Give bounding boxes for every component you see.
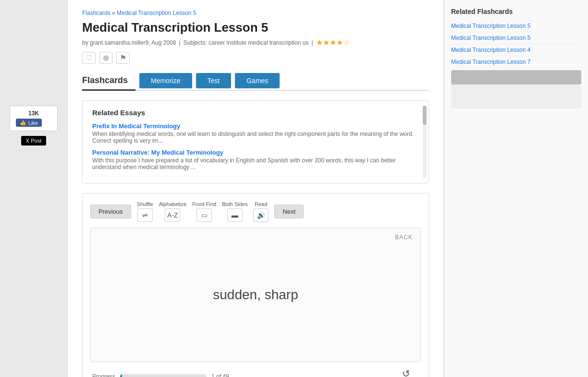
card-footer: Progress 1 of 49 ↺ Click to flip: [90, 368, 421, 377]
flashcard-area: Previous Shuffle ⇌ Alphabetize A-Z Front…: [82, 193, 429, 377]
fb-like-label: Like: [28, 120, 38, 126]
progress-count: 1 of 49: [211, 373, 229, 377]
meta-separator: |: [179, 39, 180, 46]
x-post-button[interactable]: X Post: [21, 136, 46, 146]
card-text: sudden, sharp: [203, 278, 307, 312]
main-content: Flashcards » Medical Transcription Lesso…: [67, 0, 444, 377]
both-sides-control: Both Sides ▬: [222, 201, 247, 222]
heart-icon[interactable]: ♡: [82, 52, 96, 64]
alphabetize-label: Alphabetize: [159, 201, 187, 207]
flashcard-controls: Previous Shuffle ⇌ Alphabetize A-Z Front…: [90, 201, 421, 222]
scroll-track: [423, 106, 427, 178]
add-icon[interactable]: ⊕: [99, 52, 112, 64]
progress-total: 49: [222, 373, 229, 377]
tab-games[interactable]: Games: [235, 73, 280, 88]
flip-section[interactable]: ↺ Click to flip: [393, 368, 419, 377]
related-link-2[interactable]: Medical Transcription Lesson 5: [451, 32, 581, 44]
card-back-label: BACK: [395, 234, 413, 241]
read-label: Read: [255, 201, 267, 207]
essay-link-2[interactable]: Personal Narrative: My Medical Terminolo…: [92, 149, 223, 156]
progress-of: of: [216, 373, 221, 377]
read-control: Read 🔊: [253, 201, 269, 222]
next-button[interactable]: Next: [274, 205, 304, 219]
related-item-1: Medical Transcription Lesson 5: [451, 20, 581, 32]
both-sides-label: Both Sides: [222, 201, 247, 207]
shuffle-label: Shuffle: [137, 201, 153, 207]
right-sidebar: Related Flashcards Medical Transcription…: [444, 0, 588, 377]
flashcard-card[interactable]: BACK sudden, sharp: [90, 228, 421, 362]
related-item-2: Medical Transcription Lesson 5: [451, 32, 581, 44]
read-button[interactable]: 🔊: [253, 208, 269, 222]
previous-button[interactable]: Previous: [90, 205, 131, 219]
meta-separator2: |: [311, 39, 313, 46]
progress-bar: [120, 374, 207, 377]
both-sides-button[interactable]: ▬: [227, 208, 243, 222]
related-essays-box: Related Essays Prefix In Medical Termino…: [82, 100, 429, 183]
fb-like-box: 13K 👍 Like: [10, 106, 58, 131]
alphabetize-button[interactable]: A-Z: [165, 208, 180, 222]
author-text: by grant.samantha.miller9, Aug 2008: [82, 39, 176, 46]
front-first-button[interactable]: ▭: [196, 208, 212, 222]
page-title: Medical Transcription Lesson 5: [82, 20, 429, 35]
scroll-thumb: [423, 106, 427, 125]
tabs: Flashcards Memorize Test Games: [82, 72, 429, 91]
flag-icon[interactable]: ⚑: [116, 52, 130, 64]
related-scroll-thumb: [451, 70, 581, 85]
related-link-4[interactable]: Medical Transcription Lesson 7: [451, 56, 581, 68]
related-essays-title: Related Essays: [92, 109, 419, 117]
related-flashcards-title: Related Flashcards: [451, 8, 581, 15]
fb-count: 13K: [16, 110, 51, 117]
progress-bar-fill: [120, 374, 122, 377]
meta-info: by grant.samantha.miller9, Aug 2008 | Su…: [82, 38, 429, 47]
tab-flashcards[interactable]: Flashcards: [82, 72, 135, 91]
related-item-4: Medical Transcription Lesson 7: [451, 56, 581, 68]
left-sidebar: 13K 👍 Like X Post: [0, 0, 67, 377]
action-icons: ♡ ⊕ ⚑: [82, 52, 429, 64]
related-link-1[interactable]: Medical Transcription Lesson 5: [451, 20, 581, 32]
progress-section: Progress 1 of 49: [92, 373, 229, 377]
progress-current: 1: [211, 373, 215, 377]
breadcrumb: Flashcards » Medical Transcription Lesso…: [82, 10, 429, 16]
related-link-3[interactable]: Medical Transcription Lesson 4: [451, 44, 581, 56]
fb-like-button[interactable]: 👍 Like: [16, 119, 42, 127]
breadcrumb-current-link[interactable]: Medical Transcription Lesson 5: [117, 10, 196, 16]
essay-item-2: Personal Narrative: My Medical Terminolo…: [92, 149, 419, 170]
star-rating[interactable]: ★★★★☆: [316, 38, 350, 47]
tab-memorize[interactable]: Memorize: [139, 73, 192, 88]
fb-thumb-icon: 👍: [20, 120, 26, 126]
essays-scrollbar[interactable]: [423, 106, 427, 178]
tab-test[interactable]: Test: [196, 73, 232, 88]
progress-label: Progress: [92, 373, 115, 377]
essay-item-1: Prefix In Medical Terminology When ident…: [92, 122, 419, 144]
breadcrumb-home-link[interactable]: Flashcards: [82, 10, 110, 16]
flip-icon: ↺: [402, 368, 410, 377]
shuffle-control: Shuffle ⇌: [137, 201, 153, 222]
breadcrumb-separator: »: [112, 10, 115, 16]
front-first-label: Front First: [192, 201, 216, 207]
related-scroll-track[interactable]: [451, 70, 581, 109]
related-flashcards-list: Medical Transcription Lesson 5 Medical T…: [451, 20, 581, 109]
essay-link-1[interactable]: Prefix In Medical Terminology: [92, 122, 180, 130]
subjects-text: Subjects: career institute medical trans…: [184, 39, 309, 46]
alphabetize-control: Alphabetize A-Z: [159, 201, 187, 222]
essay-desc-2: With this purpose I have prepared a list…: [92, 157, 419, 170]
front-first-control: Front First ▭: [192, 201, 216, 222]
essay-desc-1: When identifying medical words, one will…: [92, 131, 419, 144]
shuffle-button[interactable]: ⇌: [137, 208, 153, 222]
related-item-3: Medical Transcription Lesson 4: [451, 44, 581, 56]
